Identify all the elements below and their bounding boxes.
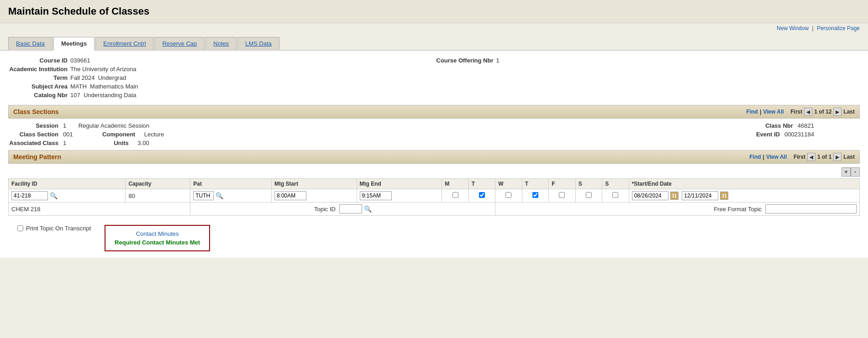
new-window-link[interactable]: New Window [777, 25, 809, 31]
meeting-pattern-find[interactable]: Find [749, 154, 761, 160]
units-value: 3.00 [137, 140, 149, 146]
meeting-pattern-last[interactable]: Last [843, 154, 855, 160]
associated-class-value: 1 [63, 140, 66, 146]
class-section-value: 001 [63, 131, 73, 138]
class-sections-last[interactable]: Last [843, 109, 855, 115]
class-sections-prev-btn[interactable]: ◀ [804, 108, 812, 116]
facility-id-input[interactable] [11, 191, 48, 200]
class-nbr-label: Class Nbr [743, 122, 793, 129]
topic-search-icon[interactable]: 🔍 [364, 205, 372, 213]
catalog-nbr-label: Catalog Nbr [8, 92, 68, 99]
col-capacity: Capacity [126, 179, 190, 189]
meeting-pattern-table: Facility ID Capacity Pat Mtg Start Mtg E… [8, 178, 860, 216]
saturday-checkbox[interactable] [586, 192, 592, 198]
mtg-end-input[interactable] [360, 191, 392, 200]
contact-minutes-box: Contact Minutes Required Contact Minutes… [105, 225, 210, 251]
col-su: S [602, 179, 629, 189]
personalize-page-link[interactable]: Personalize Page [817, 25, 860, 31]
meeting-pattern-page: 1 of 1 [817, 154, 831, 160]
print-topic-checkbox[interactable] [17, 225, 23, 231]
subject-area-desc: Mathematics Main [90, 83, 138, 90]
col-facility-id: Facility ID [9, 179, 126, 189]
friday-checkbox[interactable] [559, 192, 565, 198]
component-label: Component [85, 131, 135, 138]
event-id-value: 000231184 [784, 131, 814, 138]
page-title: Maintain Schedule of Classes [8, 5, 860, 17]
course-id-value: 039661 [70, 57, 90, 64]
subject-area-label: Subject Area [8, 83, 68, 90]
free-format-topic-input[interactable] [765, 204, 857, 213]
units-label: Units [79, 140, 129, 146]
tab-basic-data[interactable]: Basic Data [8, 37, 53, 50]
class-sections-first[interactable]: First [790, 109, 802, 115]
free-format-topic-label: Free Format Topic [714, 206, 762, 213]
meeting-pattern-next-btn[interactable]: ▶ [833, 153, 842, 161]
room-label: CHEM 218 [11, 206, 41, 213]
print-topic-container: Print Topic On Transcript [17, 225, 91, 232]
table-row: 🔍 80 🔍 [9, 189, 860, 203]
add-row-btn[interactable]: + [842, 167, 851, 177]
tab-reserve-cap[interactable]: Reserve Cap [154, 37, 205, 50]
class-sections-view-all[interactable]: View All [763, 109, 784, 115]
session-desc: Regular Academic Session [79, 122, 149, 129]
class-sections-title: Class Sections [13, 108, 59, 115]
tuesday-checkbox[interactable] [479, 192, 485, 198]
course-id-label: Course ID [8, 57, 68, 64]
catalog-nbr-value: 107 [70, 92, 80, 99]
pat-search-icon[interactable]: 🔍 [216, 192, 223, 199]
sunday-checkbox[interactable] [612, 192, 618, 198]
start-date-calendar-icon[interactable]: 31 [670, 192, 679, 200]
tab-lms-data[interactable]: LMS Data [237, 37, 279, 50]
end-date-calendar-icon[interactable]: 31 [720, 192, 728, 200]
academic-institution-label: Academic Institution [8, 66, 68, 73]
class-sections-next-btn[interactable]: ▶ [833, 108, 842, 116]
remove-row-btn[interactable]: - [851, 167, 860, 177]
term-value: Fall 2024 [70, 74, 95, 81]
col-m: M [442, 179, 468, 189]
topic-id-label: Topic ID [314, 206, 336, 213]
thursday-checkbox[interactable] [532, 192, 538, 198]
class-sections-find[interactable]: Find [747, 109, 758, 115]
col-w: W [495, 179, 522, 189]
course-offering-nbr-label: Course Offering Nbr [434, 57, 494, 64]
tab-meetings[interactable]: Meetings [53, 37, 95, 51]
contact-minutes-title: Contact Minutes [115, 230, 200, 237]
mtg-start-input[interactable] [274, 191, 306, 200]
col-s: S [575, 179, 602, 189]
wednesday-checkbox[interactable] [505, 192, 511, 198]
monday-checkbox[interactable] [452, 192, 458, 198]
col-start-end-date: *Start/End Date [629, 179, 859, 189]
col-mtg-start: Mtg Start [271, 179, 357, 189]
class-sections-page: 1 of 12 [814, 109, 831, 115]
capacity-value: 80 [128, 192, 135, 199]
meeting-pattern-view-all[interactable]: View All [766, 154, 787, 160]
class-nbr-value: 46821 [798, 122, 814, 129]
print-topic-label: Print Topic On Transcript [26, 225, 91, 232]
class-sections-header: Class Sections Find | View All First ◀ 1… [8, 105, 860, 119]
meeting-pattern-prev-btn[interactable]: ◀ [807, 153, 815, 161]
col-mtg-end: Mtg End [357, 179, 442, 189]
tab-enrollment-cntrl[interactable]: Enrollment Cntrl [95, 37, 153, 50]
tab-notes[interactable]: Notes [205, 37, 237, 50]
academic-institution-value: The University of Arizona [70, 66, 137, 73]
session-value: 1 [63, 122, 66, 129]
col-f: F [549, 179, 575, 189]
link-separator: | [812, 25, 813, 31]
pat-input[interactable] [193, 191, 214, 200]
subject-area-value: MATH [70, 83, 87, 90]
start-date-input[interactable] [632, 191, 668, 200]
course-offering-nbr-value: 1 [496, 57, 500, 64]
meeting-pattern-title: Meeting Pattern [13, 153, 61, 161]
event-id-label: Event ID [730, 131, 780, 138]
term-label: Term [8, 74, 68, 81]
facility-search-icon[interactable]: 🔍 [50, 192, 58, 199]
session-label: Session [8, 122, 58, 129]
end-date-input[interactable] [682, 191, 718, 200]
component-value: Lecture [144, 131, 164, 138]
catalog-desc: Understanding Data [84, 92, 137, 99]
meeting-pattern-first[interactable]: First [794, 154, 805, 160]
meeting-pattern-header: Meeting Pattern Find | View All First ◀ … [8, 150, 860, 164]
col-pat: Pat [190, 179, 272, 189]
class-section-label: Class Section [8, 131, 58, 138]
topic-id-input[interactable] [339, 204, 362, 213]
